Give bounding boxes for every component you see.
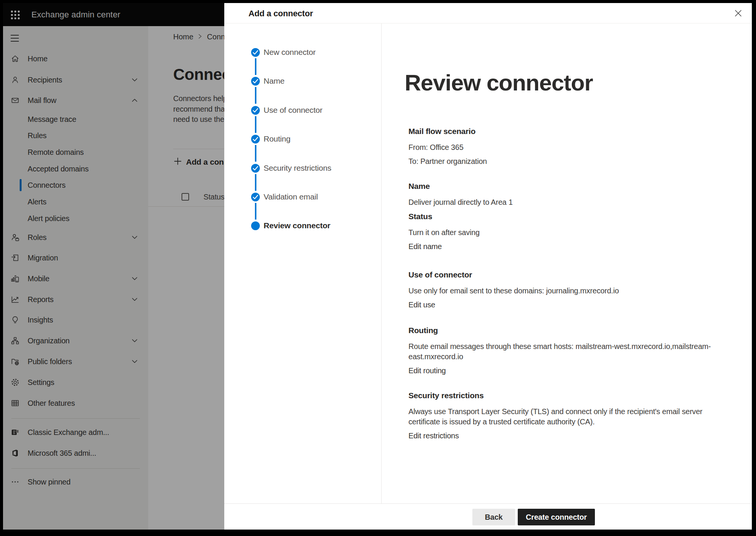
edit-restrictions-link[interactable]: Edit restrictions [408,431,459,441]
status-title: Status [408,211,711,222]
review-heading: Review connector [405,70,593,96]
mail-flow-to: To: Partner organization [408,156,711,167]
section-name: Name Deliver journal directly to Area 1 … [408,181,711,252]
modal-title: Add a connector [248,3,313,23]
step-complete-icon [251,135,260,143]
connector-name-value: Deliver journal directly to Area 1 [408,197,711,207]
back-button[interactable]: Back [472,509,515,525]
use-of-connector-value: Use only for email sent to these domains… [408,286,711,296]
status-value: Turn it on after saving [408,227,711,238]
screen: Exchange admin center Home Recipients Ma… [0,0,756,536]
section-title: Name [408,181,711,192]
step-complete-icon [251,77,260,86]
edit-use-link[interactable]: Edit use [408,300,435,310]
modal-footer: Back Create connector [224,503,752,530]
step-review-connector[interactable]: Review connector [224,217,381,234]
step-complete-icon [251,164,260,173]
step-security-restrictions[interactable]: Security restrictions [224,160,381,176]
add-connector-modal: Add a connector New connector Name [224,3,752,530]
edit-routing-link[interactable]: Edit routing [408,366,446,376]
section-routing: Routing Route email messages through the… [408,325,711,376]
section-security-restrictions: Security restrictions Always use Transpo… [408,390,711,441]
edit-name-link[interactable]: Edit name [408,242,442,252]
section-title: Mail flow scenario [408,126,711,137]
modal-header: Add a connector [224,3,752,23]
step-use-of-connector[interactable]: Use of connector [224,102,381,118]
section-title: Routing [408,325,711,336]
step-connector-line [255,87,256,104]
routing-value: Route email messages through these smart… [408,341,711,362]
section-mail-flow-scenario: Mail flow scenario From: Office 365 To: … [408,126,711,170]
section-title: Security restrictions [408,390,711,401]
review-connector-panel: Review connector Mail flow scenario From… [382,23,752,503]
step-complete-icon [251,106,260,115]
step-complete-icon [251,193,260,201]
create-connector-button[interactable]: Create connector [518,509,595,525]
step-routing[interactable]: Routing [224,131,381,147]
security-restrictions-value: Always use Transport Layer Security (TLS… [408,407,711,427]
step-name[interactable]: Name [224,73,381,89]
step-connector-line [255,145,256,162]
step-validation-email[interactable]: Validation email [224,189,381,205]
section-title: Use of connector [408,270,711,280]
step-complete-icon [251,48,260,57]
step-new-connector[interactable]: New connector [224,44,381,61]
wizard-steps: New connector Name Use of connector Rout… [224,23,382,503]
close-icon[interactable] [731,6,746,21]
section-use-of-connector: Use of connector Use only for email sent… [408,270,711,310]
mail-flow-from: From: Office 365 [408,142,711,153]
step-current-icon [251,221,260,230]
